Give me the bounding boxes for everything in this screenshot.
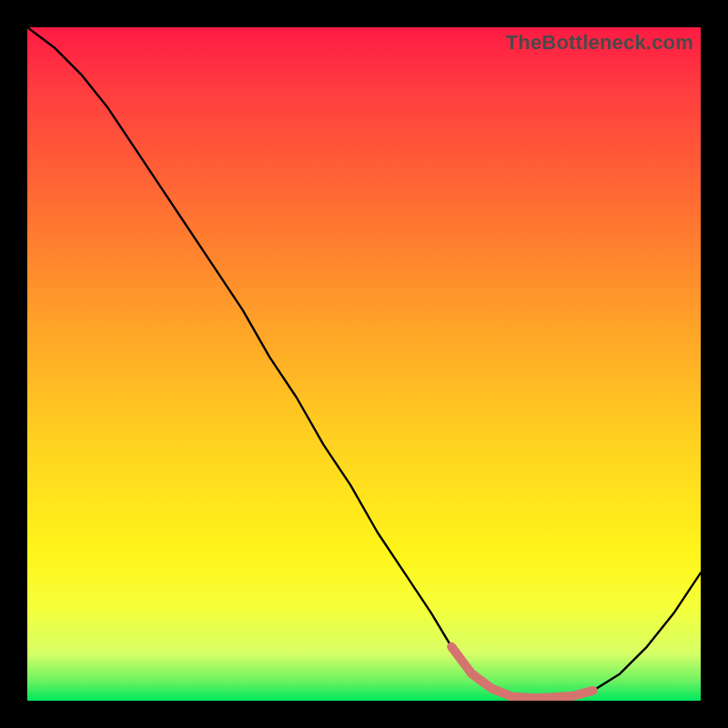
chart-frame: TheBottleneck.com (0, 0, 728, 728)
highlight-segment (451, 647, 592, 698)
bottleneck-curve (27, 27, 701, 698)
curve-layer (27, 27, 701, 701)
plot-area: TheBottleneck.com (27, 27, 701, 701)
